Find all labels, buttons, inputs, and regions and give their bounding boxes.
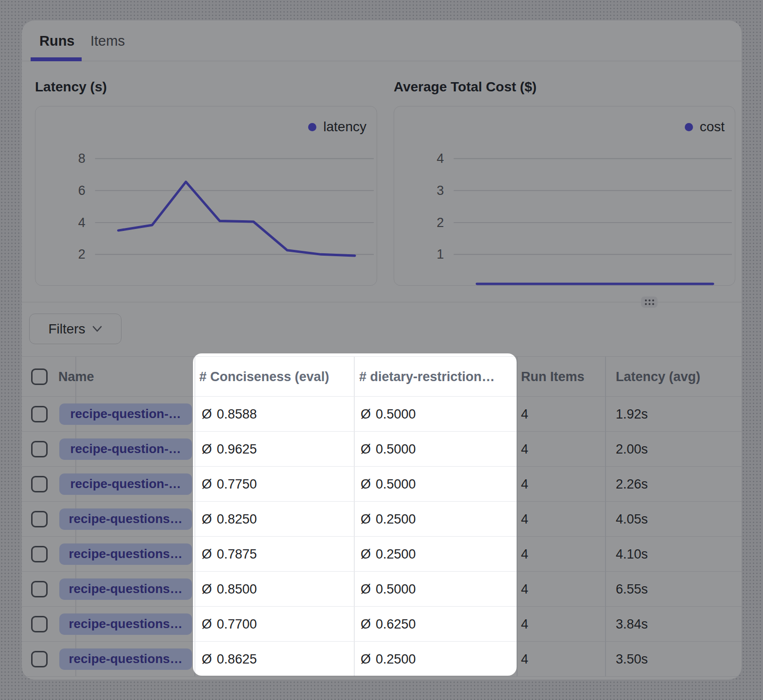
resize-handle[interactable] (641, 297, 658, 308)
latency-chart-title: Latency (s) (35, 79, 107, 95)
select-all-checkbox[interactable] (31, 368, 48, 385)
row-checkbox[interactable] (31, 441, 48, 457)
conciseness-cell: Ø0.8625 (202, 651, 257, 666)
column-header-name[interactable]: Name (58, 369, 94, 384)
tab-runs[interactable]: Runs (39, 20, 75, 61)
table-row[interactable]: recipe-questions… Ø0.8500 Ø0.5000 4 6.55… (22, 572, 742, 607)
latency-cell: 4.05s (616, 511, 648, 526)
svg-text:2: 2 (437, 215, 444, 230)
table-row[interactable]: recipe-questions… Ø0.8250 Ø0.2500 4 4.05… (22, 502, 742, 537)
cost-legend-label: cost (700, 119, 725, 135)
svg-text:3: 3 (437, 183, 444, 198)
latency-chart: 8642 latency (35, 106, 377, 286)
cost-chart-plot: 4321 (394, 106, 735, 285)
conciseness-cell: Ø0.7700 (202, 616, 257, 631)
table-row[interactable]: recipe-questions… Ø0.8625 Ø0.2500 4 3.50… (22, 642, 742, 677)
dietary-cell: Ø0.5000 (361, 441, 416, 456)
latency-cell: 3.84s (616, 616, 648, 631)
run-items-cell: 4 (521, 406, 528, 421)
latency-cell: 2.00s (616, 441, 648, 456)
run-name-badge[interactable]: recipe-questions… (59, 613, 192, 635)
latency-legend-label: latency (323, 119, 366, 135)
row-checkbox[interactable] (31, 651, 48, 667)
cost-legend-dot-icon (685, 123, 693, 131)
latency-cell: 2.26s (616, 476, 648, 491)
chevron-down-icon (92, 325, 103, 333)
latency-legend: latency (308, 121, 366, 133)
dietary-cell: Ø0.2500 (361, 546, 416, 561)
row-checkbox[interactable] (31, 546, 48, 562)
table-header: Name # Conciseness (eval) # dietary-rest… (22, 356, 742, 397)
latency-cell: 6.55s (616, 581, 648, 596)
run-name-badge[interactable]: recipe-questions… (59, 648, 192, 670)
table-row[interactable]: recipe-question-… Ø0.8588 Ø0.5000 4 1.92… (22, 397, 742, 432)
column-header-conciseness[interactable]: # Conciseness (eval) (199, 369, 329, 384)
cost-legend: cost (685, 121, 725, 133)
svg-text:4: 4 (437, 151, 444, 166)
run-name-badge[interactable]: recipe-questions… (59, 543, 192, 565)
run-items-cell: 4 (521, 441, 528, 456)
run-items-cell: 4 (521, 476, 528, 491)
conciseness-cell: Ø0.8500 (202, 581, 257, 596)
svg-text:2: 2 (78, 247, 86, 262)
run-items-cell: 4 (521, 616, 528, 631)
conciseness-cell: Ø0.8588 (202, 406, 257, 421)
drag-dots-icon (645, 299, 647, 302)
latency-cell: 3.50s (616, 651, 648, 666)
run-name-badge[interactable]: recipe-question-… (59, 438, 192, 460)
row-checkbox[interactable] (31, 581, 48, 597)
row-checkbox[interactable] (31, 476, 48, 492)
conciseness-cell: Ø0.9625 (202, 441, 257, 456)
tab-bar: Runs Items (22, 20, 742, 61)
run-items-cell: 4 (521, 511, 528, 526)
runs-table: Name # Conciseness (eval) # dietary-rest… (22, 356, 742, 677)
svg-text:6: 6 (78, 183, 86, 198)
main-panel: Runs Items Latency (s) Average Total Cos… (22, 20, 742, 680)
section-divider (22, 302, 742, 302)
column-header-run-items[interactable]: Run Items (521, 369, 585, 384)
dietary-cell: Ø0.5000 (361, 581, 416, 596)
conciseness-cell: Ø0.7750 (202, 476, 257, 491)
row-checkbox[interactable] (31, 511, 48, 527)
svg-text:1: 1 (437, 247, 444, 262)
filters-button-label: Filters (48, 321, 85, 337)
svg-text:4: 4 (78, 215, 86, 230)
dietary-cell: Ø0.5000 (361, 406, 416, 421)
row-checkbox[interactable] (31, 616, 48, 632)
page: { "colors": { "accent": "#4f46e5", "badg… (0, 0, 763, 700)
cost-chart-title: Average Total Cost ($) (394, 79, 537, 95)
table-row[interactable]: recipe-question-… Ø0.9625 Ø0.5000 4 2.00… (22, 432, 742, 467)
latency-cell: 4.10s (616, 546, 648, 561)
run-name-badge[interactable]: recipe-questions… (59, 578, 192, 600)
latency-cell: 1.92s (616, 406, 648, 421)
latency-legend-dot-icon (308, 123, 316, 131)
dietary-cell: Ø0.2500 (361, 511, 416, 526)
dietary-cell: Ø0.2500 (361, 651, 416, 666)
active-tab-underline (31, 57, 82, 61)
table-row[interactable]: recipe-question-… Ø0.7750 Ø0.5000 4 2.26… (22, 467, 742, 502)
dietary-cell: Ø0.5000 (361, 476, 416, 491)
conciseness-cell: Ø0.7875 (202, 546, 257, 561)
run-items-cell: 4 (521, 581, 528, 596)
run-name-badge[interactable]: recipe-question-… (59, 473, 192, 495)
row-checkbox[interactable] (31, 406, 48, 422)
tab-items[interactable]: Items (90, 20, 125, 61)
conciseness-cell: Ø0.8250 (202, 511, 257, 526)
table-row[interactable]: recipe-questions… Ø0.7700 Ø0.6250 4 3.84… (22, 607, 742, 642)
run-items-cell: 4 (521, 651, 528, 666)
column-header-dietary-restriction[interactable]: # dietary-restriction… (359, 369, 495, 384)
svg-text:8: 8 (78, 151, 86, 166)
column-header-latency-avg[interactable]: Latency (avg) (616, 369, 700, 384)
filters-button[interactable]: Filters (29, 314, 121, 344)
run-name-badge[interactable]: recipe-question-… (59, 403, 192, 425)
cost-chart: 4321 cost (394, 106, 735, 286)
table-row[interactable]: recipe-questions… Ø0.7875 Ø0.2500 4 4.10… (22, 537, 742, 572)
run-items-cell: 4 (521, 546, 528, 561)
dietary-cell: Ø0.6250 (361, 616, 416, 631)
run-name-badge[interactable]: recipe-questions… (59, 508, 192, 530)
